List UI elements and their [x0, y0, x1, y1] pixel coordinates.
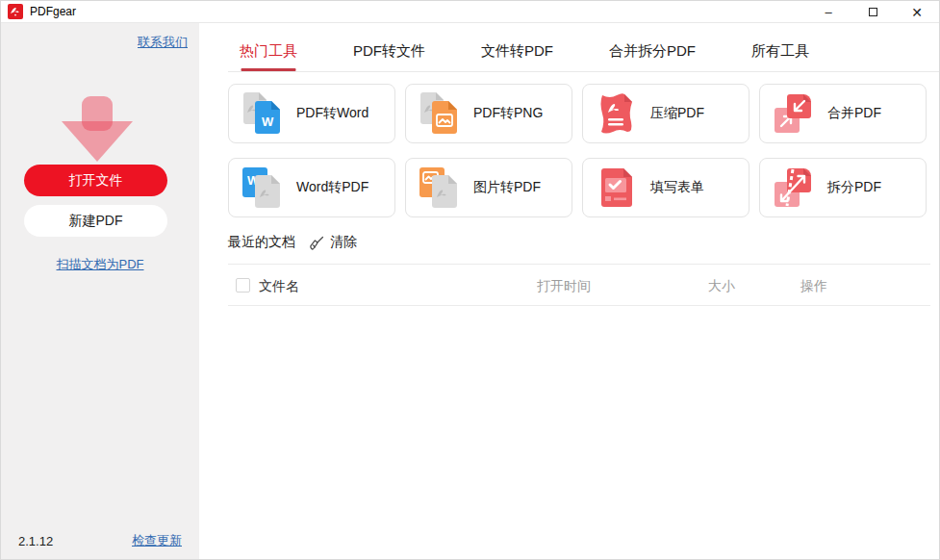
card-pdf-to-png[interactable]: PDF转PNG: [405, 84, 572, 143]
main-content: 热门工具 PDF转文件 文件转PDF 合并拆分PDF 所有工具 W: [199, 23, 939, 559]
tab-all-tools[interactable]: 所有工具: [751, 42, 809, 68]
tabs-divider: [228, 71, 939, 72]
tool-card-grid: W PDF转Word: [228, 84, 927, 217]
card-word-to-pdf[interactable]: W Word转PDF: [228, 158, 395, 217]
compress-pdf-icon: [596, 91, 636, 136]
maximize-icon: [869, 8, 877, 16]
check-update-link[interactable]: 检查更新: [132, 532, 182, 549]
close-button[interactable]: ✕: [895, 1, 939, 23]
card-label: Word转PDF: [296, 179, 368, 196]
title-bar: PDFgear – ✕: [1, 1, 939, 23]
card-label: 图片转PDF: [473, 179, 541, 196]
clear-recent-button[interactable]: 清除: [309, 234, 357, 251]
minimize-icon: –: [825, 5, 831, 19]
image-to-pdf-icon: [419, 165, 459, 210]
column-filename: 文件名: [259, 278, 299, 295]
card-label: PDF转Word: [296, 105, 368, 122]
pdf-to-png-icon: [419, 91, 459, 136]
minimize-button[interactable]: –: [806, 1, 851, 23]
word-to-pdf-icon: W: [241, 165, 282, 210]
card-compress-pdf[interactable]: 压缩PDF: [582, 84, 749, 143]
download-arrow-icon: [54, 94, 140, 167]
column-open-time: 打开时间: [537, 278, 591, 295]
pdfgear-logo-icon: [8, 4, 23, 19]
window-controls: – ✕: [806, 1, 939, 23]
tool-tabs: 热门工具 PDF转文件 文件转PDF 合并拆分PDF 所有工具: [240, 42, 809, 68]
pdfgear-window: PDFgear – ✕ 联系我们 打开文件 新建PDF 扫描文档为PDF 2.1…: [0, 0, 940, 560]
card-image-to-pdf[interactable]: 图片转PDF: [405, 158, 572, 217]
window-title: PDFgear: [30, 5, 76, 18]
recent-docs-table-header: 文件名 打开时间 大小 操作: [228, 264, 930, 306]
card-label: PDF转PNG: [473, 105, 543, 122]
card-fill-form[interactable]: 填写表单: [582, 158, 749, 217]
column-action: 操作: [800, 278, 827, 295]
clear-label: 清除: [330, 234, 357, 251]
tab-pdf-to-file[interactable]: PDF转文件: [353, 42, 425, 68]
card-pdf-to-word[interactable]: W PDF转Word: [228, 84, 395, 143]
select-all-checkbox[interactable]: [236, 278, 250, 293]
card-split-pdf[interactable]: 拆分PDF: [759, 158, 927, 217]
fill-form-icon: [596, 165, 636, 210]
column-size: 大小: [708, 278, 735, 295]
pdf-to-word-icon: W: [241, 91, 282, 136]
tab-file-to-pdf[interactable]: 文件转PDF: [481, 42, 553, 68]
recent-docs-title: 最近的文档: [228, 234, 295, 251]
card-label: 拆分PDF: [827, 179, 881, 196]
svg-text:W: W: [262, 115, 274, 129]
version-label: 2.1.12: [18, 534, 53, 548]
card-label: 合并PDF: [827, 105, 881, 122]
sidebar: 联系我们 打开文件 新建PDF 扫描文档为PDF 2.1.12 检查更新: [1, 23, 199, 559]
maximize-button[interactable]: [851, 1, 895, 23]
split-pdf-icon: [773, 165, 813, 210]
card-label: 压缩PDF: [650, 105, 704, 122]
tab-merge-split[interactable]: 合并拆分PDF: [609, 42, 696, 68]
new-pdf-button[interactable]: 新建PDF: [24, 205, 167, 237]
open-file-button[interactable]: 打开文件: [24, 165, 167, 196]
recent-docs-header: 最近的文档 清除: [228, 234, 357, 251]
merge-pdf-icon: [773, 91, 813, 136]
card-merge-pdf[interactable]: 合并PDF: [759, 84, 927, 143]
close-icon: ✕: [911, 5, 923, 20]
broom-icon: [309, 235, 325, 251]
tab-hot-tools[interactable]: 热门工具: [240, 42, 297, 68]
contact-us-link[interactable]: 联系我们: [138, 34, 188, 51]
card-label: 填写表单: [650, 179, 704, 196]
scan-to-pdf-link[interactable]: 扫描文档为PDF: [57, 257, 144, 271]
